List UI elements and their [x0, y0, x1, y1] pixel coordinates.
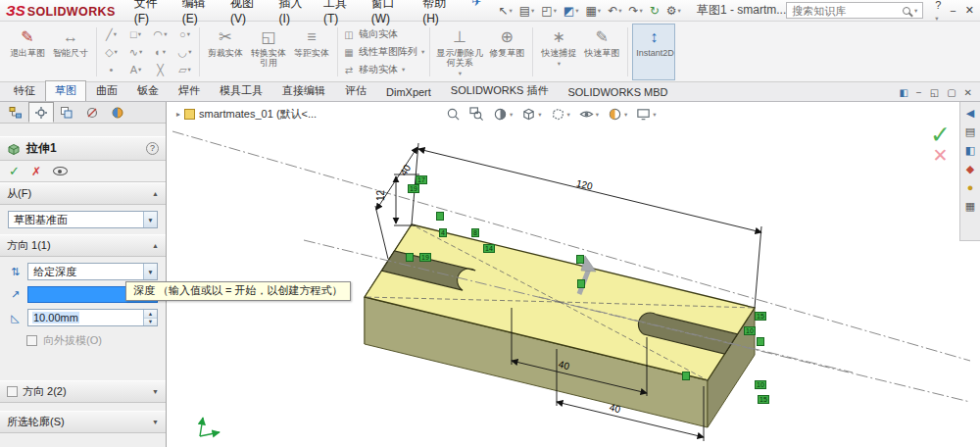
sketch-marker[interactable]: 4 [439, 228, 447, 237]
tree-expander-icon[interactable]: ▸ [176, 110, 180, 119]
exit-sketch-button[interactable]: ✎ 退出草图 [6, 24, 49, 80]
direction2-checkbox[interactable] [7, 386, 18, 397]
rebuild-icon[interactable]: ↻ [650, 5, 660, 17]
offset-entities-button[interactable]: ≡ 等距实体 [290, 24, 333, 80]
search-input[interactable] [792, 5, 899, 17]
select-arrow-icon[interactable]: ↖▾ [498, 5, 512, 17]
sketch-marker[interactable]: 15 [758, 395, 769, 404]
depth-spinner[interactable]: 10.00mm ▲ ▼ [27, 309, 158, 326]
tab-weldments[interactable]: 焊件 [169, 80, 210, 101]
sketch-marker[interactable]: 14 [483, 244, 495, 253]
doc-minimize-icon[interactable]: − [916, 87, 922, 98]
section-direction1-header[interactable]: 方向 1(1) ▲ [0, 234, 166, 257]
display-style-icon[interactable]: ▾ [551, 107, 570, 122]
sketch-marker[interactable]: 10 [755, 380, 766, 389]
polygon-tool-icon[interactable]: ◇▾ [99, 43, 123, 61]
sketch-marker[interactable] [577, 279, 585, 288]
draft-outward-checkbox[interactable] [26, 335, 37, 346]
line-tool-icon[interactable]: ╱▾ [99, 25, 123, 43]
sketch-marker[interactable] [576, 255, 584, 264]
spin-down-icon[interactable]: ▼ [144, 318, 157, 326]
tab-dimxpert[interactable]: DimXpert [376, 83, 441, 101]
sketch-marker[interactable] [436, 212, 444, 221]
instant2d-button[interactable]: ↕ Instant2D [632, 24, 675, 80]
chevron-down-icon[interactable]: ▼ [143, 264, 157, 279]
zoom-fit-icon[interactable] [446, 107, 461, 122]
tab-sw-addins[interactable]: SOLIDWORKS 插件 [441, 80, 559, 101]
from-plane-select[interactable]: 草图基准面 ▼ [8, 211, 158, 228]
zoom-area-icon[interactable] [469, 107, 484, 122]
slot-tool-icon[interactable]: ▱▾ [172, 61, 197, 78]
doc-new-window-icon[interactable]: ◧ [899, 87, 907, 98]
spline-tool-icon[interactable]: ∿▾ [123, 43, 148, 61]
file-explorer-icon[interactable]: ◧ [965, 144, 975, 156]
options-gear-icon[interactable]: ⚙▾ [666, 5, 681, 17]
tab-dimxpert-manager[interactable] [79, 102, 105, 123]
graphics-viewport[interactable]: ▸ smartmates_01 (默认<... ▾ ▾ ▾ ▾ ▾ ▾ ✓ ✕ [167, 102, 980, 447]
ellipse-tool-icon[interactable]: ◐▾ [148, 43, 172, 61]
sketch-marker[interactable] [682, 372, 690, 380]
rectangle-tool-icon[interactable]: □▾ [123, 25, 148, 43]
sketch-marker[interactable]: 10 [744, 326, 756, 335]
custom-properties-icon[interactable]: ▦ [965, 200, 975, 212]
view-palette-icon[interactable]: ◆ [966, 163, 974, 174]
sketch-marker[interactable] [757, 337, 764, 346]
tab-sketch[interactable]: 草图 [45, 80, 86, 101]
point-tool-icon[interactable]: • [99, 61, 123, 78]
doc-close-icon[interactable]: ✕ [964, 87, 972, 98]
view-orientation-icon[interactable]: ▾ [521, 107, 541, 122]
tab-feature-manager[interactable] [3, 102, 28, 123]
tab-property-manager[interactable] [28, 102, 54, 123]
tab-sheet-metal[interactable]: 钣金 [127, 80, 169, 101]
undo-icon[interactable]: ↶▾ [608, 5, 621, 17]
quick-snaps-button[interactable]: ∗ 快速捕捉 ▾ [537, 24, 580, 80]
tab-evaluate[interactable]: 评估 [335, 80, 376, 101]
convert-entities-button[interactable]: ◱ 转换实体引用 [247, 24, 290, 80]
tab-direct-editing[interactable]: 直接编辑 [272, 80, 335, 101]
close-icon[interactable]: ✕ [965, 4, 974, 17]
confirm-ok-icon[interactable]: ✓ [930, 124, 951, 145]
model-canvas[interactable] [167, 102, 980, 447]
section-contours-header[interactable]: 所选轮廓(S) ▼ [0, 411, 166, 433]
panel-help-icon[interactable]: ? [146, 142, 159, 155]
feature-tree-root[interactable]: ▸ smartmates_01 (默认<... [176, 107, 317, 122]
circle-tool-icon[interactable]: ○▾ [172, 25, 197, 43]
sketch-marker[interactable]: 15 [755, 312, 766, 321]
open-document-icon[interactable]: ◰▾ [541, 5, 557, 17]
tab-display-manager[interactable] [105, 102, 130, 123]
tab-sw-mbd[interactable]: SOLIDWORKS MBD [558, 83, 677, 101]
sketch-marker[interactable]: 19 [408, 184, 419, 193]
preview-eye-icon[interactable] [53, 167, 68, 175]
sketch-marker[interactable]: 17 [416, 175, 427, 184]
rapid-sketch-button[interactable]: ✎ 快速草图 [580, 24, 623, 80]
centerline-tool-icon[interactable]: ╳ [148, 61, 172, 78]
dimension-slot-offset[interactable]: 12 [375, 190, 386, 201]
new-document-icon[interactable]: ▤▾ [519, 5, 535, 17]
fillet-tool-icon[interactable]: ◡▾ [172, 43, 197, 61]
design-library-icon[interactable]: ▤ [965, 125, 975, 137]
sketch-marker[interactable] [406, 253, 414, 262]
chevron-down-icon[interactable]: ▼ [143, 212, 157, 227]
search-icon[interactable] [903, 7, 910, 15]
display-delete-relations-button[interactable]: ⊥ 显示/删除几何关系 ▾ [434, 24, 485, 80]
minimize-icon[interactable]: − [950, 5, 956, 17]
hide-show-items-icon[interactable]: ▾ [579, 107, 599, 122]
sketch-marker[interactable]: 8 [471, 228, 479, 237]
search-dropdown-icon[interactable]: ▾ [914, 7, 917, 15]
apply-scene-icon[interactable]: ▾ [636, 107, 656, 122]
repair-sketch-button[interactable]: ⊕ 修复草图 [485, 24, 528, 80]
save-icon[interactable]: ◩▾ [564, 5, 579, 17]
spin-up-icon[interactable]: ▲ [144, 310, 157, 318]
ok-icon[interactable]: ✓ [9, 164, 20, 178]
tab-configuration-manager[interactable] [54, 102, 79, 123]
linear-pattern-button[interactable]: ▦ 线性草图阵列 ▾ [343, 45, 424, 59]
section-from-header[interactable]: 从(F) ▲ [0, 182, 166, 205]
sketch-marker[interactable]: 19 [419, 253, 431, 262]
section-direction2-header[interactable]: 方向 2(2) ▼ [0, 380, 166, 403]
text-tool-icon[interactable]: A▾ [123, 61, 148, 78]
help-button[interactable]: ?▾ [935, 0, 941, 23]
tab-surfaces[interactable]: 曲面 [86, 80, 127, 101]
smart-dimension-button[interactable]: ↔ 智能尺寸 [49, 24, 92, 80]
mirror-entities-button[interactable]: ◫ 镜向实体 [343, 27, 424, 41]
redo-icon[interactable]: ↷▾ [628, 5, 642, 17]
